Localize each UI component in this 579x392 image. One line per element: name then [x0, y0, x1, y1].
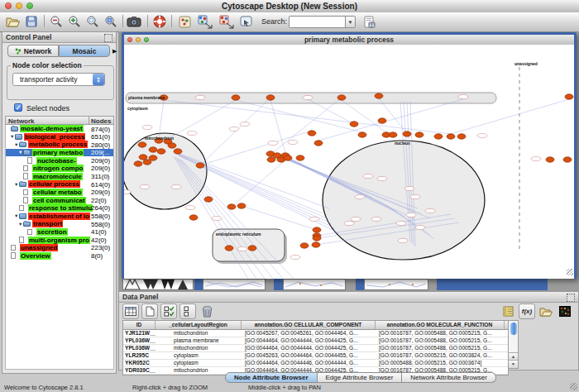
network-window[interactable]: primary metabolic process plasma membran…	[122, 32, 577, 279]
node-selected[interactable]	[563, 157, 572, 162]
tab-scroll-right-icon[interactable]: ▶	[112, 48, 117, 55]
node-unselected[interactable]	[531, 156, 541, 160]
node-selected[interactable]	[403, 131, 411, 136]
tree-row-biological-process[interactable]: ▼biological_process651(0)	[6, 133, 113, 141]
node-selected[interactable]	[546, 157, 554, 162]
zoom-in-button[interactable]	[66, 14, 83, 29]
node-unselected[interactable]	[212, 216, 222, 220]
tree-row-secretion[interactable]: secretion41(0)	[6, 228, 113, 237]
destroy-network-button[interactable]	[176, 14, 193, 29]
node-selected[interactable]	[313, 236, 321, 241]
node-unselected[interactable]	[303, 95, 313, 99]
open-file-button[interactable]	[4, 14, 21, 29]
zoom-fit-button[interactable]	[103, 14, 119, 29]
node-unselected[interactable]	[410, 194, 420, 198]
node-selected[interactable]	[565, 94, 573, 99]
node-color-dropdown[interactable]: transporter activity ▲▼	[12, 73, 105, 86]
tree-row-metabolic-process[interactable]: ▼metabolic process280(0)	[6, 141, 113, 149]
node-unselected[interactable]	[363, 174, 373, 178]
zoom-out-button[interactable]	[48, 14, 65, 29]
node-selected[interactable]	[434, 134, 443, 139]
node-selected[interactable]	[225, 246, 233, 251]
expand-arrow-icon[interactable]: ▼	[10, 134, 14, 139]
node-unselected[interactable]	[458, 94, 468, 98]
tab-edge-attribute-browser[interactable]: Edge Attribute Browser	[318, 372, 403, 383]
node-unselected[interactable]	[268, 141, 278, 145]
tree-row-multi-organism-pro[interactable]: multi-organism pro42(0)	[6, 236, 113, 244]
edge[interactable]	[168, 100, 236, 139]
node-unselected[interactable]	[237, 246, 247, 251]
edge[interactable]	[236, 100, 362, 132]
node-selected[interactable]	[337, 95, 346, 100]
node-selected[interactable]	[138, 142, 146, 147]
float-panel-icon[interactable]	[567, 294, 575, 302]
column-header[interactable]: ID	[123, 321, 156, 329]
annotation-button[interactable]	[238, 14, 255, 29]
tree-column-nodes[interactable]: Nodes	[91, 117, 111, 125]
select-nodes-checkbox[interactable]: ✓	[14, 103, 22, 112]
node-selected[interactable]	[415, 132, 423, 137]
node-selected[interactable]	[308, 131, 316, 136]
table-row[interactable]: YLR295Ccytoplasm[GO:0045263, GO:0044464,…	[123, 352, 508, 360]
node-selected[interactable]	[267, 157, 275, 162]
expand-arrow-icon[interactable]: ▼	[14, 142, 18, 147]
node-unselected[interactable]	[171, 184, 181, 189]
tree-row-macromolecule[interactable]: macromolecule311(0)	[6, 173, 113, 181]
tree-row-transport[interactable]: ▼transport558(0)	[6, 220, 113, 228]
node-selected[interactable]	[149, 147, 157, 152]
node-selected[interactable]	[296, 155, 304, 160]
scrollbar-thumb[interactable]	[510, 323, 517, 335]
column-divider[interactable]	[89, 117, 89, 124]
node-unselected[interactable]	[288, 140, 298, 144]
node-unselected[interactable]	[229, 127, 239, 131]
node-selected[interactable]	[457, 134, 466, 139]
tree-row-response-to-stimulu[interactable]: response to stimulu264(0)	[6, 204, 113, 213]
edge[interactable]	[200, 131, 312, 165]
table-row[interactable]: YKR052Ccytoplasm[GO:0044464, GO:0044446,…	[123, 360, 508, 367]
background-window-fragment[interactable]	[274, 279, 283, 290]
node-unselected[interactable]	[351, 217, 361, 221]
expand-arrow-icon[interactable]: ▼	[14, 213, 18, 218]
column-header[interactable]: annotation.GO CELLULAR_COMPONENT	[242, 321, 376, 329]
node-unselected[interactable]	[142, 125, 152, 129]
node-selected[interactable]	[168, 143, 176, 148]
float-panel-icon[interactable]	[104, 34, 112, 42]
table-row[interactable]: YPL036W__1mitochondrion[GO:0044464, GO:0…	[123, 345, 508, 352]
edge[interactable]	[451, 99, 569, 134]
zoom-selected-button[interactable]	[84, 14, 101, 29]
node-unselected[interactable]	[425, 208, 435, 213]
layout-edges-button[interactable]	[218, 14, 235, 29]
tree-row-cellular-process[interactable]: ▼cellular process614(0)	[6, 180, 113, 189]
expand-arrow-icon[interactable]: ▼	[18, 222, 22, 227]
attribute-grid-button[interactable]	[122, 304, 139, 319]
tree-row-overview[interactable]: Overview8(0)	[6, 252, 113, 261]
import-attributes-button[interactable]	[538, 304, 554, 319]
node-selected[interactable]	[139, 155, 147, 160]
tree-row-cell-communicat[interactable]: cell communicat22(0)	[6, 196, 113, 204]
tree-column-network[interactable]: Network	[8, 117, 35, 125]
node-unselected[interactable]	[396, 221, 406, 225]
expand-arrow-icon[interactable]: ▼	[18, 150, 22, 155]
edge[interactable]	[159, 100, 164, 138]
tree-row-establishment-of-lo[interactable]: ▼establishment of lo558(0)	[6, 213, 113, 221]
background-window-fragment[interactable]	[437, 279, 548, 290]
node-selected[interactable]	[312, 242, 320, 247]
node-selected[interactable]	[248, 246, 256, 251]
node-selected[interactable]	[189, 215, 198, 220]
node-selected[interactable]	[314, 141, 323, 146]
node-selected[interactable]	[389, 132, 397, 137]
node-unselected[interactable]	[240, 122, 250, 126]
network-canvas[interactable]: plasma membranecytoplasmmitochondrionnuc…	[124, 45, 574, 279]
node-selected[interactable]	[375, 93, 383, 98]
node-unselected[interactable]	[344, 221, 354, 225]
table-row[interactable]: YPL036W__2plasma membrane[GO:0044464, GO…	[123, 337, 508, 345]
node-unselected[interactable]	[406, 213, 416, 217]
node-unselected[interactable]	[185, 205, 195, 209]
layout-nodes-button[interactable]	[197, 14, 213, 29]
node-unselected[interactable]	[140, 184, 150, 189]
node-unselected[interactable]	[309, 217, 319, 221]
background-window-fragment[interactable]	[283, 279, 346, 290]
node-unselected[interactable]	[124, 189, 131, 194]
search-dropdown-button[interactable]: ▼	[345, 16, 356, 28]
node-selected[interactable]	[157, 149, 165, 154]
